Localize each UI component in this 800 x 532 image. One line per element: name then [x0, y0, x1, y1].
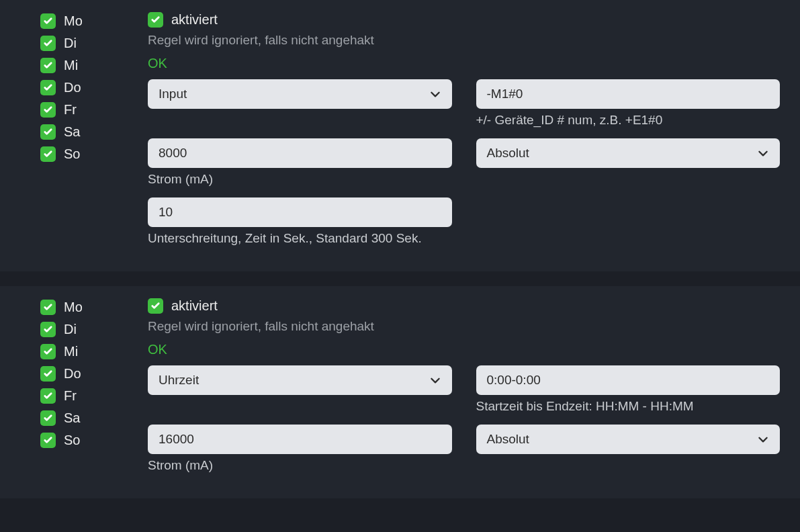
day-label: Fr	[64, 102, 77, 118]
rule-panel: Mo Di Mi Do Fr Sa So aktiviert Regel wir…	[0, 286, 800, 498]
activated-label: aktiviert	[171, 12, 218, 28]
day-checkbox-mi[interactable]	[40, 58, 56, 73]
day-checkbox-sa[interactable]	[40, 410, 56, 426]
device-value: -M1#0	[487, 87, 523, 101]
day-checkbox-di[interactable]	[40, 36, 56, 51]
undershoot-value: 10	[159, 205, 173, 220]
status-text: OK	[148, 342, 780, 357]
day-label: Di	[64, 36, 77, 51]
current-value: 16000	[159, 432, 194, 447]
activated-hint: Regel wird ignoriert, falls nicht angeha…	[148, 319, 780, 334]
day-label: So	[64, 146, 80, 162]
day-label: Do	[64, 80, 81, 95]
activated-checkbox[interactable]	[148, 298, 163, 314]
day-label: Di	[64, 322, 77, 337]
current-label: Strom (mA)	[148, 458, 452, 473]
day-checkbox-mi[interactable]	[40, 344, 56, 359]
current-input[interactable]: 16000	[148, 425, 452, 454]
status-text: OK	[148, 56, 780, 71]
time-value: 0:00-0:00	[487, 373, 541, 388]
absolute-select-value: Absolut	[487, 146, 529, 161]
mode-select-value: Uhrzeit	[159, 373, 199, 388]
day-checkbox-fr[interactable]	[40, 102, 56, 118]
day-label: Mo	[64, 300, 83, 315]
time-input[interactable]: 0:00-0:00	[476, 365, 781, 395]
day-label: So	[64, 433, 80, 448]
day-checkbox-so[interactable]	[40, 433, 56, 448]
current-input[interactable]: 8000	[148, 138, 452, 168]
device-hint: +/- Geräte_ID # num, z.B. +E1#0	[476, 113, 781, 128]
absolute-select-value: Absolut	[487, 432, 529, 447]
absolute-select[interactable]: Absolut	[476, 425, 781, 454]
mode-select-value: Input	[159, 87, 187, 101]
day-checkbox-sa[interactable]	[40, 124, 56, 140]
day-checkbox-do[interactable]	[40, 366, 56, 382]
day-label: Sa	[64, 410, 80, 426]
activated-label: aktiviert	[171, 298, 218, 314]
days-column: Mo Di Mi Do Fr Sa So	[40, 298, 101, 480]
current-label: Strom (mA)	[148, 172, 452, 187]
chevron-down-icon	[429, 88, 441, 100]
day-label: Do	[64, 366, 81, 382]
absolute-select[interactable]: Absolut	[476, 138, 781, 168]
chevron-down-icon	[757, 147, 769, 159]
mode-select[interactable]: Input	[148, 79, 452, 109]
device-input[interactable]: -M1#0	[476, 79, 781, 109]
day-checkbox-so[interactable]	[40, 146, 56, 162]
day-checkbox-di[interactable]	[40, 322, 56, 337]
mode-select[interactable]: Uhrzeit	[148, 365, 452, 395]
chevron-down-icon	[757, 433, 769, 445]
day-label: Fr	[64, 388, 77, 404]
day-checkbox-mo[interactable]	[40, 13, 56, 29]
day-checkbox-mo[interactable]	[40, 300, 56, 315]
day-checkbox-fr[interactable]	[40, 388, 56, 404]
undershoot-input[interactable]: 10	[148, 197, 452, 227]
day-label: Mi	[64, 344, 78, 359]
rule-panel: Mo Di Mi Do Fr Sa So aktiviert Regel wir…	[0, 0, 800, 271]
current-value: 8000	[159, 146, 187, 161]
activated-hint: Regel wird ignoriert, falls nicht angeha…	[148, 33, 780, 48]
chevron-down-icon	[429, 374, 441, 386]
days-column: Mo Di Mi Do Fr Sa So	[40, 12, 101, 253]
day-checkbox-do[interactable]	[40, 80, 56, 95]
day-label: Mi	[64, 58, 78, 73]
day-label: Mo	[64, 13, 83, 29]
activated-checkbox[interactable]	[148, 12, 163, 28]
undershoot-label: Unterschreitung, Zeit in Sek., Standard …	[148, 231, 452, 246]
day-label: Sa	[64, 124, 80, 140]
time-hint: Startzeit bis Endzeit: HH:MM - HH:MM	[476, 399, 781, 414]
